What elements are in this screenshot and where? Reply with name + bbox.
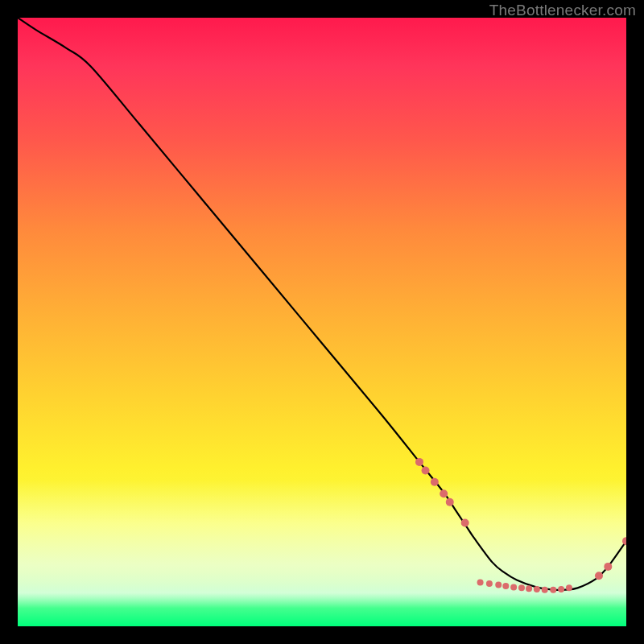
marker-dot: [534, 586, 540, 592]
marker-dot: [595, 572, 603, 580]
marker-dot: [486, 580, 493, 587]
marker-dot: [461, 518, 469, 526]
chart-svg: [18, 18, 626, 626]
marker-dot: [518, 584, 525, 591]
marker-dot: [566, 584, 572, 591]
marker-dot: [477, 580, 484, 586]
marker-dot: [510, 584, 517, 591]
marker-dot: [622, 537, 626, 545]
curve-line: [18, 18, 626, 590]
marker-dot: [542, 587, 548, 593]
marker-dot: [440, 489, 448, 497]
marker-dot: [446, 498, 454, 506]
marker-dot: [502, 583, 509, 589]
marker-dot: [526, 585, 532, 592]
marker-dot: [415, 458, 423, 466]
chart-stage: TheBottlenecker.com: [0, 0, 644, 644]
marker-dot: [550, 587, 556, 593]
marker-dot: [495, 582, 502, 588]
watermark-text: TheBottlenecker.com: [489, 2, 636, 19]
marker-dot: [422, 466, 430, 474]
marker-dot: [558, 586, 564, 592]
plot-area: [18, 18, 626, 626]
marker-dot: [604, 563, 612, 571]
marker-dot: [431, 478, 439, 486]
highlight-markers: [415, 458, 626, 593]
